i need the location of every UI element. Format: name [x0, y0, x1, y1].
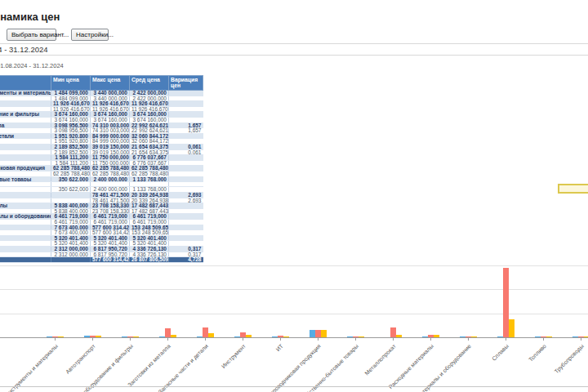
table-row[interactable]: 62 285 788,48062 285 788,48062 285 788,4… [0, 171, 203, 176]
table-row[interactable]: ИТ1 584 111,20011 750 000,0006 776 037,6… [0, 155, 203, 161]
bar-Сред цена[interactable] [509, 319, 514, 337]
bar-Сред цена[interactable] [246, 335, 252, 337]
table-cell: Сварочные материалы и оборудование [0, 214, 51, 220]
table-row[interactable]: Запасные части и детали1 951 920,80084 9… [0, 133, 203, 139]
grid-line [0, 265, 588, 266]
table-row[interactable]: Сварочные материалы и оборудование6 461 … [0, 214, 203, 220]
bar-Мин цена[interactable] [122, 336, 127, 337]
bar-Макс цена[interactable] [541, 336, 546, 337]
bar-Макс цена[interactable] [315, 330, 321, 337]
table-row[interactable]: 11 926 416,67011 926 416,67011 926 416,6… [0, 106, 203, 112]
table-row[interactable]: Весовое оборудование и фильтры3 674 160,… [0, 112, 203, 118]
highlighted-cell[interactable] [558, 184, 588, 194]
settings-button[interactable]: Настройки... [71, 29, 109, 41]
bar-Сред цена[interactable] [133, 336, 139, 337]
table-row[interactable]: Хозяйственно-бытовые товары350 622,0002 … [0, 176, 203, 182]
table-row[interactable]: Абразивные инструменты и материалы1 484 … [0, 91, 203, 96]
bar-Сред цена[interactable] [208, 333, 214, 337]
table-row[interactable]: Автотранспорт11 926 416,67011 926 416,67… [0, 101, 203, 107]
table-cell: 1 484 099,000 [51, 96, 91, 101]
table-row[interactable]: Расходные материалы5 838 400,00023 708 1… [0, 203, 203, 209]
table-cell: 6 461 719,000 [91, 219, 130, 225]
bar-Мин цена[interactable] [84, 336, 90, 337]
table-row[interactable]: 1 951 920,80084 999 000,00032 060 844,17… [0, 139, 203, 145]
table-row[interactable]: Металлопрокат78 461 471,50020 339 264,93… [0, 192, 203, 198]
table-cell: 2 400 000,000 [91, 187, 130, 193]
bar-Макс цена[interactable] [165, 328, 171, 337]
table-row[interactable]: 1 484 099,0003 440 000,0002 422 000,000 [0, 96, 203, 101]
grid-line [0, 314, 588, 314]
price-chart: Абразивные инструменты и материалыАвтотр… [0, 257, 588, 392]
bar-Мин цена[interactable] [310, 330, 315, 337]
bar-Сред цена[interactable] [96, 336, 101, 337]
bar-Мин цена[interactable] [422, 336, 428, 337]
table-cell: 7 673 400,000 [51, 225, 91, 230]
bar-Макс цена[interactable] [578, 336, 584, 337]
bar-Мин цена[interactable] [572, 336, 578, 337]
table-row[interactable]: 7 673 400,000577 600 314,420153 248 509,… [0, 230, 203, 236]
column-header-avg: Сред цена [130, 76, 169, 91]
table-row[interactable]: 1 584 111,20011 750 000,0006 776 037,667 [0, 160, 203, 166]
table-cell: 4 336 726,130 [130, 252, 169, 257]
table-cell: 11 926 416,670 [130, 101, 169, 107]
bar-Мин цена[interactable] [497, 336, 503, 337]
bar-Макс цена[interactable] [390, 327, 396, 337]
table-cell: 6 461 719,000 [51, 219, 91, 225]
bar-Макс цена[interactable] [52, 336, 58, 337]
table-cell [169, 241, 203, 247]
x-tick [130, 338, 131, 341]
bar-Макс цена[interactable] [466, 336, 471, 337]
select-variant-button[interactable]: Выбрать вариант... [7, 29, 56, 41]
table-row[interactable]: Кабельно-проводниковая продукция62 285 7… [0, 166, 203, 172]
bar-Макс цена[interactable] [203, 327, 208, 337]
table-cell: Топливо [0, 235, 51, 241]
table-row[interactable]: 3 674 160,0003 674 160,0003 674 160,000 [0, 117, 203, 122]
bar-Мин цена[interactable] [47, 336, 52, 337]
bar-Макс цена[interactable] [428, 335, 434, 337]
table-row[interactable]: Трубопроводы2 312 000,0006 817 950,7204 … [0, 246, 203, 252]
table-row[interactable]: 350 622,0002 400 000,0001 133 768,000 [0, 187, 203, 193]
bar-Макс цена[interactable] [503, 268, 509, 337]
bar-Макс цена[interactable] [127, 336, 133, 337]
table-row[interactable]: 5 838 400,00023 708 158,33017 482 687,44… [0, 208, 203, 214]
bar-Сред цена[interactable] [471, 336, 477, 337]
bar-Сред цена[interactable] [359, 336, 364, 337]
bar-Макс цена[interactable] [240, 332, 246, 337]
table-row[interactable]: 5 320 401,4005 320 401,4005 320 401,400 [0, 241, 203, 247]
x-tick [581, 338, 581, 341]
x-axis-line [0, 337, 588, 338]
bar-Сред цена[interactable] [283, 336, 289, 337]
bar-Сред цена[interactable] [321, 330, 327, 337]
bar-Мин цена[interactable] [272, 336, 278, 337]
bar-Мин цена[interactable] [234, 336, 240, 337]
bar-Мин цена[interactable] [347, 336, 353, 337]
bar-Сред цена[interactable] [58, 336, 64, 337]
bar-Сред цена[interactable] [584, 336, 588, 337]
bar-Мин цена[interactable] [159, 336, 165, 337]
table-row[interactable]: 3 098 956,50074 310 003,00022 992 624,62… [0, 128, 203, 134]
bar-Сред цена[interactable] [171, 335, 176, 337]
table-cell: 11 926 416,670 [91, 106, 130, 112]
table-cell [0, 106, 51, 112]
bar-Макс цена[interactable] [353, 336, 359, 337]
bar-Макс цена[interactable] [278, 336, 283, 337]
bar-Сред цена[interactable] [396, 335, 402, 337]
table-cell: Хозяйственно-бытовые товары [0, 176, 51, 182]
table-row[interactable]: Топливо5 320 401,4005 320 401,4005 320 4… [0, 235, 203, 241]
table-row[interactable]: Заготовки из металла3 098 956,50074 310 … [0, 122, 203, 128]
bar-Сред цена[interactable] [434, 335, 439, 337]
bar-Мин цена[interactable] [460, 336, 466, 337]
bar-Макс цена[interactable] [90, 336, 96, 337]
table-row[interactable]: Сплавы7 673 400,000577 600 314,420153 24… [0, 225, 203, 230]
table-row[interactable]: Инструмент2 189 852,50039 019 150,00021 … [0, 144, 203, 149]
table-cell: 2 312 000,000 [51, 246, 91, 252]
table-cell: 3 098 956,500 [51, 122, 91, 128]
bar-Сред цена[interactable] [546, 336, 552, 337]
table-row[interactable]: 78 461 471,50020 339 264,9382,693 [0, 198, 203, 203]
table-cell [169, 133, 203, 139]
table-row[interactable]: 2 312 000,0006 817 950,7204 336 726,1300… [0, 252, 203, 257]
bar-Мин цена[interactable] [535, 336, 541, 337]
table-row[interactable]: 6 461 719,0006 461 719,0006 461 719,000 [0, 219, 203, 225]
table-row[interactable]: 2 189 852,50039 019 150,00021 654 634,37… [0, 149, 203, 155]
bar-Мин цена[interactable] [197, 336, 203, 337]
